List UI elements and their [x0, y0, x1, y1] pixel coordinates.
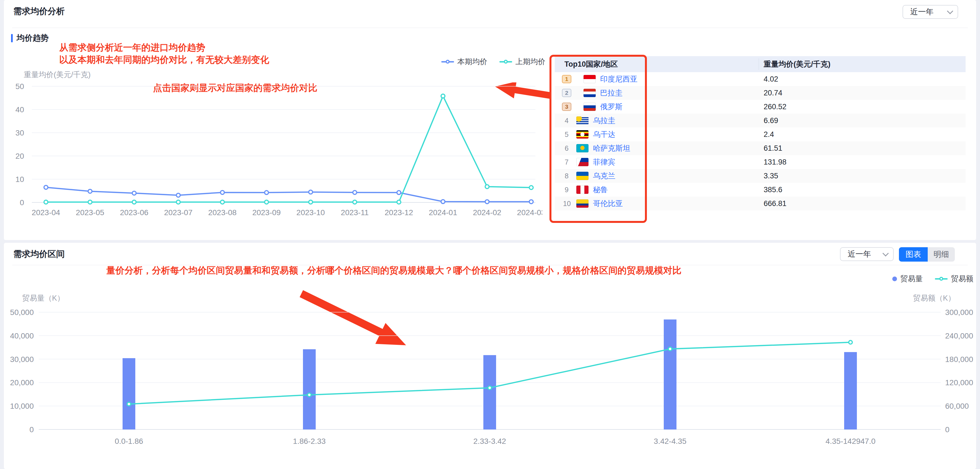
svg-text:10: 10 — [16, 175, 24, 184]
time-range-select[interactable]: 近一年 — [902, 5, 958, 19]
legend-trade-volume[interactable]: 贸易量 — [892, 274, 923, 284]
svg-text:2.33-3.42: 2.33-3.42 — [473, 437, 506, 445]
page-title: 需求均价分析 — [13, 6, 65, 17]
line-marker-icon — [441, 61, 454, 62]
table-row[interactable]: 1印度尼西亚4.02 — [555, 72, 966, 86]
avg-price-trend-chart: 010203040502023-042023-052023-062023-072… — [6, 66, 542, 221]
country-link[interactable]: 秘鲁 — [593, 185, 608, 195]
table-row[interactable]: 7菲律宾131.98 — [555, 155, 966, 169]
country-flag-icon — [576, 158, 589, 166]
svg-text:0.0-1.86: 0.0-1.86 — [115, 437, 143, 445]
svg-text:0: 0 — [945, 425, 950, 434]
subsection-title: 均价趋势 — [17, 33, 49, 44]
table-row[interactable]: 6哈萨克斯坦61.51 — [555, 141, 966, 155]
svg-text:0: 0 — [20, 198, 24, 207]
subsection-avg-price-trend: 均价趋势 — [11, 33, 49, 44]
table-row[interactable]: 2巴拉圭20.74 — [555, 86, 966, 100]
avg-price-value: 385.6 — [764, 186, 783, 194]
section-title: 需求均价区间 — [13, 248, 65, 260]
svg-text:2023-05: 2023-05 — [76, 208, 104, 217]
country-link[interactable]: 乌拉圭 — [593, 116, 615, 126]
table-row[interactable]: 4乌拉圭6.69 — [555, 114, 966, 127]
table-row[interactable]: 9秘鲁385.6 — [555, 183, 966, 197]
svg-text:2023-07: 2023-07 — [164, 208, 192, 217]
chart-view-button[interactable]: 图表 — [899, 247, 928, 262]
svg-text:2023-10: 2023-10 — [296, 208, 325, 217]
top10-countries-table: Top10国家/地区 重量均价(美元/千克) 1印度尼西亚4.022巴拉圭20.… — [555, 56, 966, 210]
avg-price-value: 2.4 — [764, 130, 774, 139]
svg-text:40: 40 — [16, 105, 24, 114]
accent-bar — [11, 34, 13, 42]
table-row[interactable]: 10哥伦比亚666.81 — [555, 197, 966, 210]
avg-price-value: 4.02 — [764, 75, 778, 84]
legend-trade-value[interactable]: 贸易额 — [935, 274, 974, 284]
svg-text:2024-03: 2024-03 — [517, 208, 542, 217]
svg-text:2024-01: 2024-01 — [429, 208, 457, 217]
col-header-avg-price: 重量均价(美元/千克) — [764, 59, 830, 69]
header-divider — [759, 58, 759, 70]
avg-price-value: 260.52 — [764, 103, 787, 111]
svg-text:20,000: 20,000 — [10, 378, 34, 387]
price-range-combo-chart: 0010,00060,00020,000120,00030,000180,000… — [6, 301, 974, 462]
svg-text:30,000: 30,000 — [10, 355, 34, 364]
avg-price-value: 3.35 — [764, 172, 778, 180]
avg-price-value: 131.98 — [764, 158, 787, 167]
avg-price-value: 20.74 — [764, 89, 783, 97]
rank-number: 8 — [563, 172, 570, 180]
svg-text:2023-11: 2023-11 — [341, 208, 369, 217]
country-link[interactable]: 哈萨克斯坦 — [593, 143, 630, 153]
time-range-select-2[interactable]: 近一年 — [840, 247, 894, 261]
svg-text:1.86-2.33: 1.86-2.33 — [293, 437, 326, 445]
svg-text:30: 30 — [16, 129, 24, 137]
legend-current-period[interactable]: 本期均价 — [441, 57, 487, 67]
svg-text:2023-09: 2023-09 — [252, 208, 281, 217]
annotation-volume-price: 量价分析，分析每个均价区间贸易量和和贸易额，分析哪个价格区间的贸易规模最大？哪个… — [106, 264, 681, 277]
country-link[interactable]: 乌克兰 — [593, 171, 615, 181]
table-header: Top10国家/地区 重量均价(美元/千克) — [555, 56, 966, 72]
table-row[interactable]: 5乌干达2.4 — [555, 127, 966, 141]
rank-number: 9 — [563, 186, 570, 194]
trend-chart-legend: 本期均价 上期均价 — [441, 57, 545, 67]
country-link[interactable]: 乌干达 — [593, 129, 615, 139]
dot-marker-icon — [892, 277, 897, 281]
table-row[interactable]: 3俄罗斯260.52 — [555, 100, 966, 114]
section-price-range: 需求均价区间 近一年 图表 明细 量价分析，分析每个均价区间贸易量和和贸易额，分… — [4, 243, 976, 469]
rank-number: 5 — [563, 130, 570, 138]
rank-number: 10 — [563, 200, 570, 208]
rank-number: 6 — [563, 144, 570, 153]
svg-text:2023-12: 2023-12 — [385, 208, 413, 217]
country-flag-icon — [576, 199, 589, 208]
avg-price-value: 6.69 — [764, 116, 778, 125]
country-flag-icon — [584, 103, 596, 111]
country-link[interactable]: 印度尼西亚 — [600, 74, 638, 84]
table-body: 1印度尼西亚4.022巴拉圭20.743俄罗斯260.524乌拉圭6.695乌干… — [555, 72, 966, 210]
svg-text:120,000: 120,000 — [945, 378, 973, 387]
svg-text:60,000: 60,000 — [945, 402, 969, 410]
chevron-down-icon — [883, 250, 889, 257]
svg-text:2023-08: 2023-08 — [208, 208, 237, 217]
svg-text:50,000: 50,000 — [10, 308, 34, 316]
annotation-trend-note: 从需求侧分析近一年的进口均价趋势 以及本期和去年同期的均价对比，有无较大差别变化 — [59, 41, 269, 66]
legend-previous-period[interactable]: 上期均价 — [500, 57, 545, 67]
country-link[interactable]: 哥伦比亚 — [593, 199, 623, 208]
country-flag-icon — [584, 75, 596, 83]
country-link[interactable]: 菲律宾 — [593, 157, 615, 167]
country-link[interactable]: 俄罗斯 — [600, 102, 622, 112]
country-flag-icon — [576, 144, 589, 153]
rank-number: 4 — [563, 117, 570, 125]
country-link[interactable]: 巴拉圭 — [600, 88, 622, 98]
rank-medal-icon: 3 — [562, 103, 571, 111]
country-flag-icon — [576, 186, 589, 194]
avg-price-value: 61.51 — [764, 144, 783, 153]
rank-medal-icon: 2 — [562, 89, 571, 97]
svg-text:20: 20 — [16, 152, 24, 161]
svg-text:3.42-4.35: 3.42-4.35 — [654, 437, 686, 445]
table-row[interactable]: 8乌克兰3.35 — [555, 169, 966, 183]
time-range-value: 近一年 — [848, 249, 871, 259]
svg-text:2023-06: 2023-06 — [120, 208, 149, 217]
svg-text:300,000: 300,000 — [945, 308, 973, 316]
detail-view-button[interactable]: 明细 — [928, 247, 955, 262]
chevron-down-icon — [947, 8, 953, 14]
svg-text:40,000: 40,000 — [10, 332, 34, 340]
country-flag-icon — [584, 89, 596, 97]
